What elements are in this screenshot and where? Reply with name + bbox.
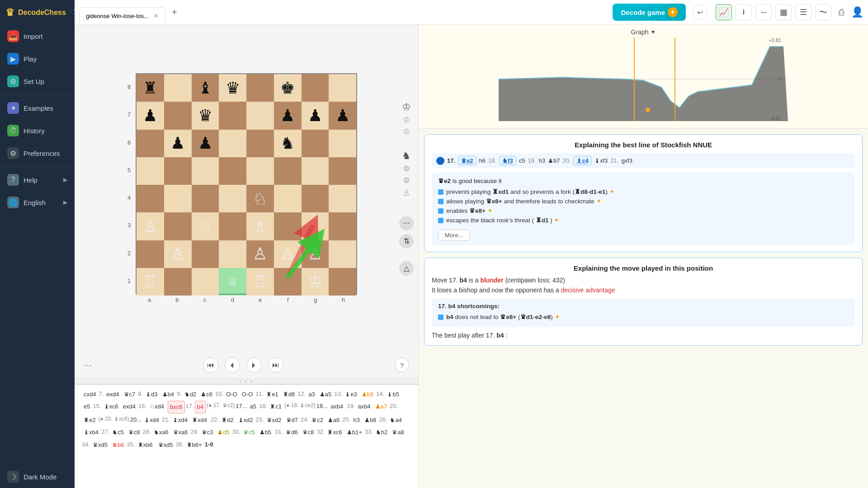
sq-h7[interactable]: ♟ [329, 102, 356, 129]
move-bc4[interactable]: ♝c4 [573, 156, 591, 165]
panel-resize-handle[interactable]: • • • [75, 379, 418, 384]
sidebar-item-darkmode[interactable]: ☽ Dark Mode [0, 465, 75, 488]
sq-f3[interactable] [274, 212, 302, 240]
sq-g5[interactable] [302, 157, 329, 185]
board-flip-btn[interactable]: ⇅ [399, 234, 414, 249]
sq-d6[interactable] [219, 130, 246, 157]
sq-e5[interactable] [246, 157, 274, 185]
new-tab-btn[interactable]: + [168, 6, 181, 19]
sq-h1[interactable] [329, 268, 356, 296]
sq-c5[interactable] [192, 157, 219, 185]
sq-f4[interactable] [274, 185, 302, 212]
sidebar-logo[interactable]: ♛ DecodeChess [0, 0, 75, 25]
sq-d1[interactable]: ♕ [219, 268, 246, 296]
sq-h4[interactable] [329, 185, 356, 212]
sq-h6[interactable] [329, 130, 356, 157]
info-tab-btn[interactable]: i [736, 4, 752, 20]
sidebar-item-setup[interactable]: ⚙ Set Up [0, 70, 75, 93]
sq-f2[interactable]: ♙ [274, 240, 302, 268]
sq-e3[interactable]: ♗ [246, 212, 274, 240]
sidebar-item-preferences[interactable]: ⚙ Preferences [0, 142, 75, 164]
sq-a2[interactable] [137, 240, 164, 268]
sq-b1[interactable] [164, 268, 192, 296]
sq-f5[interactable] [274, 157, 302, 185]
sidebar-item-examples[interactable]: ✦ Examples [0, 97, 75, 119]
sq-d8[interactable]: ♛ [219, 74, 246, 102]
sq-b4[interactable] [164, 185, 192, 212]
sq-h2[interactable] [329, 240, 356, 268]
sq-c6[interactable]: ♟ [192, 130, 219, 157]
sq-e4[interactable]: ♘ [246, 185, 274, 212]
sq-b8[interactable] [164, 74, 192, 102]
sq-g3[interactable] [302, 212, 329, 240]
sidebar-item-history[interactable]: ⏱ History [0, 119, 75, 142]
sq-c3[interactable]: ♘ [192, 212, 219, 240]
sq-e8[interactable] [246, 74, 274, 102]
sq-h3[interactable] [329, 212, 356, 240]
sq-a8[interactable]: ♜ [137, 74, 164, 102]
sq-g1[interactable]: ♔ [302, 268, 329, 296]
graph-title[interactable]: Graph ▼ [424, 28, 863, 36]
board-options-btn[interactable]: ⋯ [399, 216, 414, 230]
move-nf3[interactable]: ♞f3 [499, 156, 516, 165]
move-qe2[interactable]: ♛e2 [458, 156, 476, 165]
sq-c2[interactable] [192, 240, 219, 268]
blunder-move-bxc6[interactable]: bxc6 [168, 401, 184, 413]
sq-b2[interactable]: ♙ [164, 240, 192, 268]
more-options-btn[interactable]: ⋯ [84, 360, 92, 370]
tab-close-btn[interactable]: ✕ [153, 12, 159, 19]
list-tab-btn[interactable]: ☰ [795, 4, 811, 20]
move-list[interactable]: cxd4 7. exd4 ♛c7 8. ♝d3 ♟b4 9. ♞d2 ♟c6 1… [75, 384, 418, 488]
sq-b5[interactable] [164, 157, 192, 185]
sq-e7[interactable] [246, 102, 274, 129]
prev-move-btn[interactable]: ⏴ [225, 357, 240, 373]
sq-e2[interactable]: ♙ [246, 240, 274, 268]
sq-d3[interactable] [219, 212, 246, 240]
sq-f6[interactable]: ♞ [274, 130, 302, 157]
sq-a1[interactable]: ♖ [137, 268, 164, 296]
sq-g8[interactable] [302, 74, 329, 102]
share-btn[interactable]: ⎙ [839, 7, 844, 18]
sq-c1[interactable] [192, 268, 219, 296]
sq-f7[interactable]: ♟ [274, 102, 302, 129]
back-btn[interactable]: ↩ [692, 5, 708, 20]
sq-a3[interactable]: ♙ [137, 212, 164, 240]
sq-h5[interactable] [329, 157, 356, 185]
sq-g4[interactable] [302, 185, 329, 212]
active-tab[interactable]: gideonse Win-lose-los... ✕ [79, 7, 165, 24]
graph-dropdown-icon[interactable]: ▼ [651, 29, 656, 35]
sq-d5[interactable] [219, 157, 246, 185]
next-move-btn[interactable]: ⏵ [246, 357, 262, 373]
sq-a5[interactable] [137, 157, 164, 185]
decode-game-btn[interactable]: Decode game + [613, 4, 686, 21]
sq-h8[interactable] [329, 74, 356, 102]
sq-g7[interactable]: ♟ [302, 102, 329, 129]
sq-b3[interactable] [164, 212, 192, 240]
more-btn[interactable]: More... [438, 230, 470, 241]
graph-tab-btn[interactable]: 📈 [716, 4, 732, 20]
sq-f8[interactable]: ♚ [274, 74, 302, 102]
sq-g6[interactable] [302, 130, 329, 157]
arrows-tab-btn[interactable]: ↔ [755, 4, 772, 20]
sq-f1[interactable] [274, 268, 302, 296]
sq-d2[interactable] [219, 240, 246, 268]
sq-a4[interactable] [137, 185, 164, 212]
sq-e1[interactable]: ♖ [246, 268, 274, 296]
sq-a7[interactable]: ♟ [137, 102, 164, 129]
sq-c4[interactable] [192, 185, 219, 212]
blunder-move-b4[interactable]: b4 [195, 401, 206, 413]
sidebar-item-import[interactable]: 📥 Import [0, 25, 75, 47]
sidebar-item-english[interactable]: 🌐 English ▶ [0, 191, 75, 214]
sq-b7[interactable] [164, 102, 192, 129]
sq-d4[interactable] [219, 185, 246, 212]
sq-e6[interactable] [246, 130, 274, 157]
sq-d7[interactable] [219, 102, 246, 129]
first-move-btn[interactable]: ⏮ [203, 357, 218, 373]
bar-tab-btn[interactable]: ▦ [775, 4, 792, 20]
help-btn[interactable]: ? [395, 358, 409, 372]
user-btn[interactable]: 👤 [851, 6, 863, 18]
sq-g2[interactable]: ♙ [302, 240, 329, 268]
board-promote-btn[interactable]: △ [399, 261, 414, 276]
pulse-tab-btn[interactable]: 〜 [815, 4, 831, 20]
last-move-btn[interactable]: ⏭ [268, 357, 283, 373]
